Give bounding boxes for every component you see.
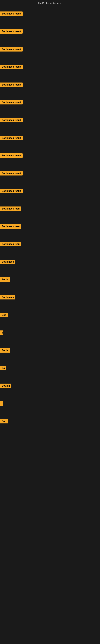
bottleneck-badge: Bottleneck resu: [0, 224, 21, 228]
bottleneck-item: Bottleneck resu: [0, 242, 21, 247]
bottleneck-badge: Bott: [0, 419, 8, 424]
bottleneck-badge: |: [0, 401, 3, 406]
bottleneck-item: Bottleneck result: [0, 153, 23, 158]
bottleneck-badge: Bottleneck resu: [0, 206, 21, 211]
site-title: TheBottlenecker.com: [38, 2, 62, 5]
bottleneck-badge: Bottleneck result: [0, 100, 23, 104]
bottleneck-badge: Bottle: [0, 348, 10, 352]
bottleneck-item: Bottleneck result: [0, 100, 23, 105]
bottleneck-badge: Bottle: [0, 277, 10, 282]
bottleneck-item: Bottleneck result: [0, 171, 23, 176]
bottleneck-badge: Bottleneck result: [0, 82, 23, 87]
bottleneck-badge: Bottleneck result: [0, 29, 23, 34]
bottleneck-badge: Bottleneck result: [0, 64, 23, 69]
bottleneck-item: Bottleneck result: [0, 118, 23, 123]
bottleneck-item: Bottleneck result: [0, 136, 23, 141]
bottleneck-item: Bott: [0, 313, 8, 318]
bottleneck-item: B: [0, 330, 3, 336]
bottleneck-badge: Bo: [0, 366, 6, 370]
bottleneck-item: Bott: [0, 419, 8, 424]
site-header: TheBottlenecker.com: [0, 0, 100, 6]
bottleneck-item: Bottleneck resu: [0, 206, 21, 212]
bottleneck-badge: Bottleneck resu: [0, 242, 21, 246]
bottleneck-item: Bottleneck result: [0, 29, 23, 34]
bottleneck-item: Bottleneck result: [0, 189, 23, 194]
bottleneck-item: Bottle: [0, 348, 10, 354]
bottleneck-item: Bottleneck resu: [0, 224, 21, 230]
bottleneck-badge: Bottleneck result: [0, 171, 23, 176]
bottleneck-item: |: [0, 401, 3, 406]
bottleneck-badge: Bottleneck result: [0, 47, 23, 52]
bottleneck-item: Bottleneck: [0, 295, 15, 300]
bottleneck-item: Bo: [0, 366, 6, 371]
bottleneck-item: Bottleneck result: [0, 82, 23, 88]
bottleneck-badge: Bottleneck result: [0, 153, 23, 158]
bottleneck-item: Bottlen: [0, 384, 11, 389]
bottleneck-item: Bottle: [0, 277, 10, 282]
bottleneck-badge: Bottleneck result: [0, 118, 23, 122]
bottleneck-badge: Bottleneck: [0, 295, 15, 300]
bottleneck-item: Bottleneck result: [0, 64, 23, 70]
bottleneck-badge: Bott: [0, 313, 8, 317]
bottleneck-item: Bottleneck result: [0, 47, 23, 52]
bottleneck-badge: Bottleneck result: [0, 12, 23, 16]
bottleneck-badge: Bottleneck result: [0, 136, 23, 140]
bottleneck-item: Bottleneck: [0, 260, 15, 265]
bottleneck-item: Bottleneck result: [0, 12, 23, 17]
bottleneck-badge: B: [0, 330, 3, 335]
bottleneck-badge: Bottleneck: [0, 260, 15, 264]
bottleneck-badge: Bottlen: [0, 384, 11, 388]
bottleneck-badge: Bottleneck result: [0, 189, 23, 193]
